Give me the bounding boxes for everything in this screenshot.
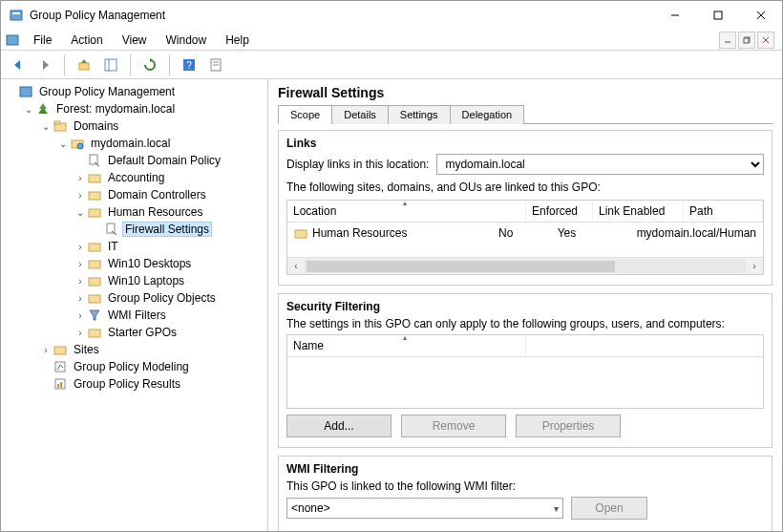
add-button[interactable]: Add... xyxy=(286,415,392,437)
scroll-right-icon[interactable]: › xyxy=(746,261,763,271)
expander-icon[interactable]: › xyxy=(74,310,87,321)
tree-label: Win10 Laptops xyxy=(105,273,187,288)
menu-action[interactable]: Action xyxy=(61,32,112,49)
forward-button[interactable] xyxy=(33,53,56,76)
mdi-controls xyxy=(719,32,778,49)
security-section: Security Filtering The settings in this … xyxy=(278,293,772,448)
tab-details[interactable]: Details xyxy=(331,105,389,124)
menu-window[interactable]: Window xyxy=(157,32,217,49)
tree-label: mydomain.local xyxy=(88,136,173,151)
tree-wmi-filters[interactable]: ›WMI Filters xyxy=(74,307,265,324)
tree-firewall-settings[interactable]: Firewall Settings xyxy=(91,221,265,238)
col-link-enabled[interactable]: Link Enabled xyxy=(593,201,684,222)
tree-accounting[interactable]: ›Accounting xyxy=(74,169,265,186)
col-enforced[interactable]: Enforced xyxy=(526,201,593,222)
properties-button[interactable] xyxy=(204,53,227,76)
tree-win10-laptops[interactable]: ›Win10 Laptops xyxy=(74,272,265,289)
expander-icon[interactable]: ⌄ xyxy=(22,104,35,115)
help-button[interactable]: ? xyxy=(178,53,201,76)
expander-icon[interactable]: › xyxy=(74,328,87,338)
scroll-left-icon[interactable]: ‹ xyxy=(287,261,305,271)
mdi-minimize-button[interactable] xyxy=(719,32,736,49)
tree-label: Human Resources xyxy=(105,204,205,220)
maximize-button[interactable] xyxy=(696,2,739,29)
col-name[interactable]: Name▴ xyxy=(287,335,526,356)
tree-label: Win10 Desktops xyxy=(105,256,194,271)
tree-results[interactable]: Group Policy Results xyxy=(39,375,265,393)
tree-label: Firewall Settings xyxy=(122,222,212,237)
menu-view[interactable]: View xyxy=(113,32,157,49)
tree-domain[interactable]: ⌄ mydomain.local xyxy=(56,135,265,152)
svg-rect-3 xyxy=(714,11,722,19)
refresh-button[interactable] xyxy=(138,53,161,76)
tree-modeling[interactable]: Group Policy Modeling xyxy=(39,358,265,375)
expander-icon[interactable]: ⌄ xyxy=(56,138,70,149)
results-icon xyxy=(53,376,68,392)
tree-default-policy[interactable]: Default Domain Policy xyxy=(74,152,265,169)
filter-icon xyxy=(87,308,102,323)
properties-button[interactable]: Properties xyxy=(516,415,621,437)
expander-icon[interactable]: › xyxy=(74,173,87,183)
links-location-label: Display links in this location: xyxy=(286,158,429,171)
folder-icon xyxy=(87,290,102,306)
tree-root[interactable]: Group Policy Management xyxy=(5,83,265,100)
svg-rect-31 xyxy=(89,261,100,268)
back-button[interactable] xyxy=(7,53,30,76)
tree-domain-controllers[interactable]: ›Domain Controllers xyxy=(74,186,265,203)
expander-icon[interactable]: › xyxy=(39,345,53,355)
sort-asc-icon: ▴ xyxy=(403,199,407,207)
wmi-description: This GPO is linked to the following WMI … xyxy=(286,479,764,493)
up-button[interactable] xyxy=(73,53,95,76)
expander-icon[interactable]: ⌄ xyxy=(39,121,53,132)
remove-button[interactable]: Remove xyxy=(401,415,506,437)
svg-rect-25 xyxy=(90,155,97,164)
tab-delegation[interactable]: Delegation xyxy=(450,105,525,124)
minimize-button[interactable] xyxy=(653,2,696,29)
wmi-filter-select[interactable]: <none> ▾ xyxy=(286,498,563,519)
tab-scope[interactable]: Scope xyxy=(278,105,332,124)
menu-help[interactable]: Help xyxy=(216,32,259,49)
expander-icon[interactable]: › xyxy=(74,190,87,201)
scroll-thumb[interactable] xyxy=(307,261,615,272)
security-description: The settings in this GPO can only apply … xyxy=(286,317,764,330)
mdi-close-button[interactable] xyxy=(757,32,774,49)
open-button[interactable]: Open xyxy=(571,497,647,520)
tree-label: Group Policy Results xyxy=(71,376,183,392)
horizontal-scrollbar[interactable]: ‹ › xyxy=(287,257,763,274)
expander-icon[interactable]: ⌄ xyxy=(74,207,87,218)
svg-rect-26 xyxy=(89,175,100,182)
folder-icon xyxy=(53,118,68,134)
tree-domains[interactable]: ⌄ Domains xyxy=(39,117,265,135)
tree-human-resources[interactable]: ⌄Human Resources xyxy=(74,203,265,221)
expander-icon[interactable]: › xyxy=(74,293,87,304)
tree-starter-gpos[interactable]: ›Starter GPOs xyxy=(74,324,265,341)
security-listbox[interactable]: Name▴ xyxy=(286,334,764,409)
app-icon xyxy=(9,8,24,23)
col-location[interactable]: Location▴ xyxy=(287,201,526,222)
tree-sites[interactable]: ›Sites xyxy=(39,341,265,358)
expander-icon[interactable]: › xyxy=(74,242,87,252)
page-title: Firewall Settings xyxy=(278,83,772,104)
ou-icon xyxy=(87,256,102,271)
tabs: Scope Details Settings Delegation xyxy=(278,104,772,124)
tab-settings[interactable]: Settings xyxy=(388,105,451,124)
tree-win10-desktops[interactable]: ›Win10 Desktops xyxy=(74,255,265,272)
sort-asc-icon: ▴ xyxy=(403,333,407,342)
mdi-restore-button[interactable] xyxy=(738,32,755,49)
expander-icon[interactable]: › xyxy=(74,259,87,269)
col-path[interactable]: Path xyxy=(684,201,763,222)
menu-file[interactable]: File xyxy=(24,32,61,49)
links-location-select[interactable]: mydomain.local xyxy=(436,154,764,175)
links-table[interactable]: Location▴ Enforced Link Enabled Path Hum… xyxy=(286,200,764,275)
expander-icon[interactable]: › xyxy=(74,276,87,287)
tree-forest[interactable]: ⌄ Forest: mydomain.local xyxy=(22,100,265,117)
show-tree-button[interactable] xyxy=(99,53,122,76)
modeling-icon xyxy=(53,359,68,374)
tree-gpo[interactable]: ›Group Policy Objects xyxy=(74,289,265,307)
tree-label: Accounting xyxy=(105,170,167,185)
table-row[interactable]: Human Resources No Yes mydomain.local/Hu… xyxy=(287,223,763,244)
close-button[interactable] xyxy=(739,2,782,29)
tree-pane[interactable]: Group Policy Management ⌄ Forest: mydoma… xyxy=(1,79,268,531)
tree-it[interactable]: ›IT xyxy=(74,238,265,255)
svg-rect-13 xyxy=(105,59,116,71)
